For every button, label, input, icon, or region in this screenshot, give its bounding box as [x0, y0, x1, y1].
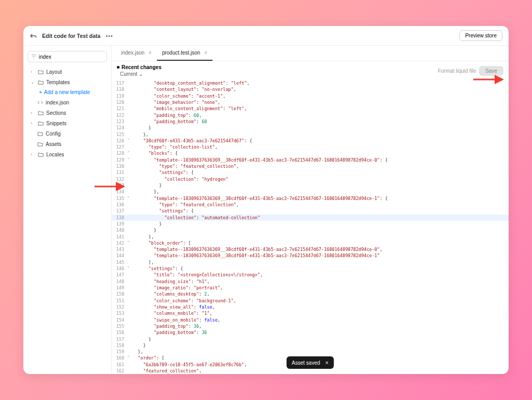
- tabs: index.json × product.test.json ×: [112, 46, 509, 61]
- topbar: Edit code for Test data ••• Preview stor…: [23, 26, 509, 46]
- filter-field[interactable]: [39, 54, 103, 60]
- close-icon[interactable]: ×: [149, 50, 152, 56]
- version-dropdown[interactable]: Current ⌄: [117, 71, 162, 77]
- code-line[interactable]: 158 }: [112, 342, 509, 349]
- code-line[interactable]: 132 "collection": "hydrogen": [112, 176, 509, 182]
- code-line[interactable]: 118 "content_layout": "no-overlap",: [112, 86, 509, 92]
- preview-store-button[interactable]: Preview store: [459, 30, 502, 41]
- code-line[interactable]: 135˅ "template--18309637636369__38cdf60f…: [112, 195, 509, 202]
- sidebar-item-templates[interactable]: ⌄ Templates: [28, 77, 107, 87]
- code-line[interactable]: 124 }: [112, 125, 509, 131]
- folder-icon: [37, 130, 43, 137]
- recent-changes-label: Recent changes: [117, 64, 162, 70]
- folder-icon: [37, 120, 44, 126]
- save-button[interactable]: Save: [479, 66, 503, 76]
- code-line[interactable]: 142˅ "block_order": [: [112, 240, 509, 246]
- code-line[interactable]: 146˅ "settings": {: [112, 265, 509, 272]
- code-line[interactable]: 128˅ "blocks": {: [112, 150, 509, 156]
- code-line[interactable]: 153 "columns_mobile": "1",: [112, 310, 509, 316]
- chevron-right-icon: ›: [31, 110, 35, 115]
- chevron-right-icon: ›: [31, 69, 35, 74]
- sidebar-item-label: Templates: [46, 79, 70, 85]
- back-icon[interactable]: [30, 32, 37, 39]
- code-line[interactable]: 152 "show_view_all": false,: [112, 304, 509, 310]
- page-title: Edit code for Test data: [42, 33, 100, 39]
- code-line[interactable]: 140 }: [112, 227, 509, 233]
- close-icon[interactable]: ×: [204, 50, 207, 56]
- subheader: Recent changes Current ⌄ Format liquid f…: [112, 61, 509, 80]
- code-line[interactable]: 144 "template--18309637636369__38cdf60f-…: [112, 252, 509, 259]
- asset-saved-toast: Asset saved ×: [287, 356, 334, 369]
- code-line[interactable]: 155 "padding_top": 36,: [112, 323, 509, 329]
- sidebar-item-layout[interactable]: › Layout: [28, 66, 107, 77]
- code-line[interactable]: 143 "template--18309637636369__38cdf60f-…: [112, 246, 509, 252]
- sidebar-item-config[interactable]: Config: [28, 128, 107, 139]
- tab-label: index.json: [121, 50, 144, 56]
- sidebar-item-snippets[interactable]: › Snippets: [28, 118, 107, 128]
- code-line[interactable]: 154 "swipe_on_mobile": false,: [112, 317, 509, 323]
- add-new-template-link[interactable]: Add a new template: [28, 87, 107, 97]
- code-line[interactable]: 120 "image_behavior": "none",: [112, 99, 509, 105]
- code-line[interactable]: 147 "title": "<strong>Collections<\/stro…: [112, 272, 509, 278]
- code-line[interactable]: 123 "padding_bottom": 60: [112, 118, 509, 125]
- folder-icon: [37, 151, 44, 157]
- editor-wrap: 117 "desktop_content_alignment": "left",…: [112, 80, 509, 374]
- dot-icon: [117, 66, 119, 69]
- format-liquid-button[interactable]: Format liquid file: [438, 68, 476, 74]
- sidebar-item-label: Config: [46, 131, 61, 137]
- code-line[interactable]: 141 },: [112, 234, 509, 240]
- sidebar-item-label: Assets: [46, 141, 61, 147]
- tab-label: product.test.json: [162, 50, 200, 56]
- sidebar-item-locales[interactable]: › Locales: [28, 149, 107, 159]
- code-line[interactable]: 130 "type": "featured_collection",: [112, 163, 509, 169]
- code-line[interactable]: 157 }: [112, 336, 509, 342]
- chevron-right-icon: ›: [31, 121, 35, 126]
- code-line[interactable]: 127 "type": "collection-list",: [112, 144, 509, 150]
- code-editor[interactable]: 117 "desktop_content_alignment": "left",…: [112, 80, 509, 374]
- close-icon[interactable]: ×: [325, 359, 328, 366]
- code-line[interactable]: 133 }: [112, 182, 509, 189]
- code-line[interactable]: 148 "heading_size": "h1",: [112, 278, 509, 285]
- code-line[interactable]: 150 "columns_desktop": 2,: [112, 291, 509, 297]
- sidebar-item-label: Snippets: [46, 121, 66, 126]
- code-line[interactable]: 117 "desktop_content_alignment": "left",: [112, 80, 509, 86]
- code-line[interactable]: 151 "color_scheme": "background-1",: [112, 298, 509, 304]
- code-editor-window: Edit code for Test data ••• Preview stor…: [23, 26, 509, 374]
- sidebar-item-sections[interactable]: › Sections: [28, 108, 107, 118]
- code-line[interactable]: 137 "settings": {: [112, 208, 509, 214]
- code-line[interactable]: 131 "settings": {: [112, 169, 509, 176]
- sidebar-file-index-json[interactable]: index.json: [28, 97, 107, 108]
- filter-files-input[interactable]: [28, 51, 107, 62]
- code-line[interactable]: 156 "padding_bottom": 36: [112, 329, 509, 336]
- code-line[interactable]: 134 },: [112, 189, 509, 195]
- main-area: › Layout ⌄ Templates Add a new template …: [23, 46, 509, 374]
- toast-message: Asset saved: [292, 360, 320, 366]
- sidebar-item-assets[interactable]: Assets: [28, 139, 107, 149]
- sidebar-item-label: Layout: [46, 69, 62, 75]
- code-line[interactable]: 126˅ "38cdf60f-e431-43b5-aac3-7e6215447d…: [112, 138, 509, 144]
- code-line[interactable]: 125 },: [112, 131, 509, 138]
- code-line[interactable]: 129˅ "template--18309637636369__38cdf60f…: [112, 157, 509, 163]
- code-line[interactable]: 136 "type": "featured_collection",: [112, 202, 509, 208]
- tab-product-test-json[interactable]: product.test.json ×: [157, 46, 212, 61]
- more-icon[interactable]: •••: [105, 33, 113, 39]
- code-line[interactable]: 138 "collection": "automated-collection": [112, 215, 509, 221]
- sidebar-item-label: Sections: [46, 110, 66, 116]
- chevron-down-icon: ⌄: [31, 79, 35, 85]
- code-line[interactable]: 149 "image_ratio": "portrait",: [112, 285, 509, 291]
- sidebar-item-label: Locales: [46, 152, 64, 157]
- code-line[interactable]: 139 }: [112, 221, 509, 227]
- folder-icon: [37, 79, 44, 85]
- code-line[interactable]: 121 "mobile_content_alignment": "left",: [112, 105, 509, 112]
- code-line[interactable]: 119 "color_scheme": "accent-1",: [112, 93, 509, 99]
- tab-index-json[interactable]: index.json ×: [116, 46, 157, 61]
- folder-icon: [37, 110, 44, 116]
- code-line[interactable]: 145 ],: [112, 259, 509, 265]
- sidebar: › Layout ⌄ Templates Add a new template …: [23, 46, 112, 374]
- filter-icon: [31, 54, 37, 60]
- chevron-down-icon: ⌄: [139, 71, 143, 77]
- chevron-right-icon: ›: [31, 152, 35, 157]
- code-line[interactable]: 159 },: [112, 349, 509, 355]
- content-area: index.json × product.test.json × Recent …: [112, 46, 509, 374]
- code-line[interactable]: 122 "padding_top": 60,: [112, 112, 509, 118]
